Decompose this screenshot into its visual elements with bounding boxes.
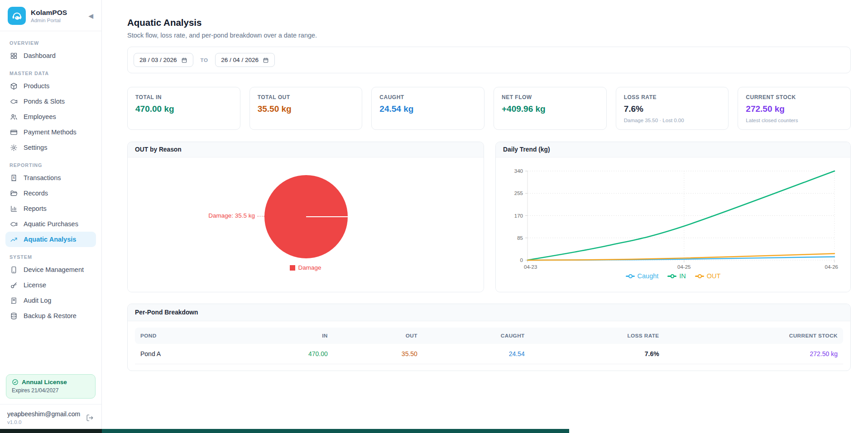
svg-text:340: 340 <box>514 168 523 174</box>
sidebar-item-label: Backup & Restore <box>24 312 77 319</box>
to-label: TO <box>201 57 208 63</box>
sidebar-item-records[interactable]: Records <box>5 186 96 201</box>
svg-text:255: 255 <box>514 190 523 196</box>
license-expiry: Expires 21/04/2027 <box>12 387 90 394</box>
sidebar-item-aquatic-analysis[interactable]: Aquatic Analysis <box>5 232 96 247</box>
sidebar-item-dashboard[interactable]: Dashboard <box>5 48 96 63</box>
line-chart-body: 08517025534004-2304-2504-26CaughtINOUT <box>496 157 850 292</box>
line-chart-legend: CaughtINOUT <box>496 272 850 280</box>
fish-icon <box>10 220 18 228</box>
kpi-value: 24.54 kg <box>379 104 476 114</box>
svg-text:04-25: 04-25 <box>677 264 691 270</box>
kpi-value: 272.50 kg <box>746 104 843 114</box>
cell-pond: Pond A <box>135 344 242 364</box>
legend-item-damage[interactable]: Damage <box>290 264 321 271</box>
brand-subtitle: Admin Portal <box>31 18 67 23</box>
kpi-value: +409.96 kg <box>502 104 599 114</box>
nav-section-label: SYSTEM <box>5 253 96 262</box>
pie-callout-leader <box>257 216 264 217</box>
sidebar-item-transactions[interactable]: $Transactions <box>5 170 96 186</box>
fish-icon <box>10 98 18 105</box>
bottom-bar-segment <box>0 429 102 433</box>
brand: KolamPOS Admin Portal ◀ <box>0 0 101 31</box>
kpi-row: TOTAL IN470.00 kgTOTAL OUT35.50 kgCAUGHT… <box>127 87 851 130</box>
credit-card-icon <box>10 128 18 136</box>
sidebar-collapse-icon[interactable]: ◀ <box>86 11 95 20</box>
sidebar-item-label: License <box>24 281 46 289</box>
sidebar-item-ponds-slots[interactable]: Ponds & Slots <box>5 94 96 109</box>
sidebar-item-label: Employees <box>24 113 56 120</box>
column-header-caught: CAUGHT <box>423 328 530 344</box>
sidebar-item-label: Device Management <box>24 266 84 273</box>
scroll-icon <box>10 297 18 305</box>
table-body: Pond A470.0035.5024.547.6%272.50 kg <box>135 344 843 364</box>
license-badge-label: Annual License <box>22 379 67 385</box>
kpi-card-current-stock: CURRENT STOCK272.50 kgLatest closed coun… <box>738 87 851 130</box>
cell-caught: 24.54 <box>423 344 530 364</box>
kolampos-logo-icon <box>8 7 26 25</box>
pie-slice-boundary <box>306 216 348 217</box>
legend-marker <box>626 273 635 279</box>
kpi-card-total-out: TOTAL OUT35.50 kg <box>249 87 363 130</box>
charts-row: OUT by Reason Damage: 35.5 kgDamage Dail… <box>127 142 851 292</box>
sidebar-item-device-management[interactable]: Device Management <box>5 262 96 277</box>
nav-section-reporting: REPORTING$TransactionsRecordsReportsAqua… <box>5 161 96 247</box>
brand-text: KolamPOS Admin Portal <box>31 9 67 23</box>
svg-text:85: 85 <box>517 235 523 241</box>
pie-chart-title: OUT by Reason <box>128 142 484 157</box>
sidebar-item-settings[interactable]: Settings <box>5 140 96 155</box>
sidebar-item-license[interactable]: License <box>5 277 96 293</box>
app-version: v1.0.0 <box>7 419 80 425</box>
sidebar-item-audit-log[interactable]: Audit Log <box>5 293 96 308</box>
legend-item-caught[interactable]: Caught <box>626 272 659 280</box>
table-row: Pond A470.0035.5024.547.6%272.50 kg <box>135 344 843 364</box>
main-content: Aquatic Analysis Stock flow, loss rate, … <box>102 0 868 433</box>
kpi-card-loss-rate: LOSS RATE7.6%Damage 35.50 · Lost 0.00 <box>616 87 729 130</box>
sidebar-item-reports[interactable]: Reports <box>5 201 96 216</box>
sidebar-item-aquatic-purchases[interactable]: Aquatic Purchases <box>5 216 96 232</box>
gear-icon <box>10 144 18 152</box>
end-date-input[interactable]: 26 / 04 / 2026 <box>215 53 275 67</box>
start-date-input[interactable]: 28 / 03 / 2026 <box>134 53 193 67</box>
user-email: yeapbeeshim@gmail.com <box>7 410 80 418</box>
legend-marker <box>695 273 704 279</box>
legend-label: Caught <box>638 272 659 280</box>
sidebar-item-label: Ponds & Slots <box>24 98 65 105</box>
svg-text:0: 0 <box>520 257 523 263</box>
sidebar-item-payment-methods[interactable]: Payment Methods <box>5 124 96 140</box>
kpi-subtext: Damage 35.50 · Lost 0.00 <box>624 118 721 123</box>
column-header-pond: POND <box>135 328 242 344</box>
date-range-filter: 28 / 03 / 2026 TO 26 / 04 / 2026 <box>127 47 851 73</box>
check-circle-icon <box>12 379 19 385</box>
users-icon <box>10 113 18 121</box>
kpi-label: TOTAL IN <box>135 94 232 100</box>
kpi-card-caught: CAUGHT24.54 kg <box>371 87 484 130</box>
kpi-label: CAUGHT <box>379 94 476 100</box>
column-header-current-stock: CURRENT STOCK <box>665 328 843 344</box>
sidebar-nav: OVERVIEWDashboardMASTER DATAProductsPond… <box>0 31 101 370</box>
sidebar-item-label: Settings <box>24 144 47 151</box>
license-badge: Annual License Expires 21/04/2027 <box>6 374 96 399</box>
calendar-icon[interactable] <box>263 57 269 63</box>
legend-marker <box>667 273 676 279</box>
legend-label: Damage <box>298 264 321 271</box>
sidebar-item-label: Audit Log <box>24 297 51 304</box>
table-head: PONDINOUTCAUGHTLOSS RATECURRENT STOCK <box>135 328 843 344</box>
sidebar-item-products[interactable]: Products <box>5 78 96 94</box>
nav-section-master-data: MASTER DATAProductsPonds & SlotsEmployee… <box>5 69 96 155</box>
table-wrap: PONDINOUTCAUGHTLOSS RATECURRENT STOCK Po… <box>128 321 850 371</box>
per-pond-breakdown-card: Per-Pond Breakdown PONDINOUTCAUGHTLOSS R… <box>127 304 851 371</box>
trending-up-icon <box>10 236 18 243</box>
legend-item-in[interactable]: IN <box>667 272 686 280</box>
sidebar-item-label: Products <box>24 82 49 90</box>
bar-chart-icon <box>10 205 18 213</box>
legend-item-out[interactable]: OUT <box>695 272 721 280</box>
sidebar-item-label: Dashboard <box>24 52 56 59</box>
app-root: KolamPOS Admin Portal ◀ OVERVIEWDashboar… <box>0 0 868 433</box>
legend-label: IN <box>679 272 686 280</box>
sidebar-item-employees[interactable]: Employees <box>5 109 96 124</box>
sidebar-item-backup-restore[interactable]: Backup & Restore <box>5 308 96 324</box>
logout-button[interactable] <box>86 414 94 422</box>
column-header-out: OUT <box>333 328 423 344</box>
calendar-icon[interactable] <box>181 57 187 63</box>
